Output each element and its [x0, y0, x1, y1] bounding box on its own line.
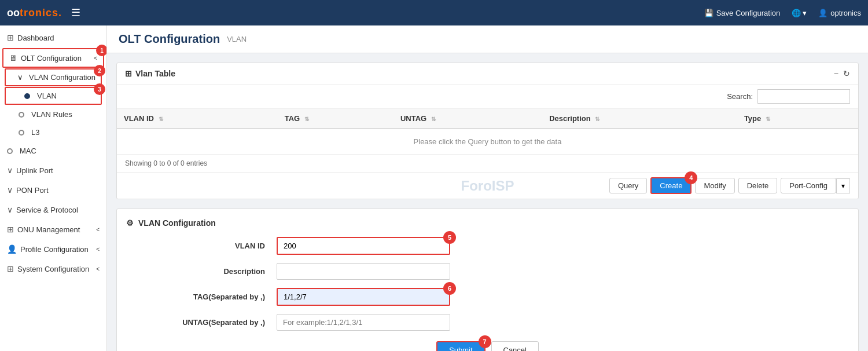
sidebar: ⊞ Dashboard 🖥 OLT Configuration < 1 ∨ VL…: [0, 25, 107, 351]
vlan-config-title: ⚙ VLAN Configuration: [126, 218, 849, 228]
user-icon: 👤: [818, 9, 827, 17]
onu-chevron-icon: <: [96, 226, 100, 233]
vlan-id-row: VLAN ID 5: [126, 237, 849, 255]
olt-chevron-icon: <: [94, 55, 97, 61]
vlan-config-chevron-icon: ∨: [17, 73, 23, 82]
vlan-table-card: ⊞ Vlan Table − ↻ Search: VLAN ID ⇅: [116, 63, 859, 199]
globe-icon: 🌐: [792, 9, 801, 17]
vlan-rules-radio-icon: [19, 112, 24, 118]
sidebar-item-l3[interactable]: L3: [0, 123, 106, 141]
delete-button[interactable]: Delete: [738, 178, 778, 193]
table-container: VLAN ID ⇅ TAG ⇅ UNTAG ⇅ Description ⇅ Ty…: [117, 109, 858, 155]
vlan-table: VLAN ID ⇅ TAG ⇅ UNTAG ⇅ Description ⇅ Ty…: [117, 109, 858, 155]
submit-button[interactable]: Submit: [436, 341, 485, 351]
card-title: ⊞ Vlan Table: [125, 69, 175, 78]
sidebar-item-system-config[interactable]: ⊞ System Configuration <: [0, 259, 106, 279]
description-row: Description: [126, 263, 849, 280]
user-button[interactable]: 👤 optronics: [818, 9, 861, 17]
sidebar-item-vlan-config[interactable]: ∨ VLAN Configuration 2: [5, 68, 102, 86]
vlan-radio-icon: [24, 93, 30, 99]
badge-7: 7: [479, 335, 491, 348]
vlan-config-form: ⚙ VLAN Configuration VLAN ID 5 Descripti…: [116, 209, 859, 351]
tag-row: TAG(Separated by ,) 6: [126, 288, 849, 306]
badge-5: 5: [443, 231, 456, 244]
breadcrumb: VLAN: [227, 35, 247, 43]
form-buttons: Submit 7 Cancel: [126, 341, 849, 351]
badge-2: 2: [94, 65, 105, 76]
pon-chevron-icon: ∨: [7, 185, 13, 195]
tag-input[interactable]: [277, 288, 450, 306]
card-header: ⊞ Vlan Table − ↻: [117, 63, 858, 85]
sidebar-item-vlan-rules[interactable]: VLAN Rules: [0, 105, 106, 123]
badge-1: 1: [96, 45, 107, 56]
navbar-right: 💾 Save Configuration 🌐 ▾ 👤 optronics: [704, 9, 861, 17]
profile-icon: 👤: [7, 244, 17, 254]
modify-button[interactable]: Modify: [695, 178, 734, 193]
search-input[interactable]: [757, 89, 850, 104]
sidebar-item-profile-config[interactable]: 👤 Profile Configuration <: [0, 239, 106, 259]
profile-chevron-icon: <: [96, 246, 100, 253]
action-buttons: ForoISP Query Create 4 Modify Delete Por…: [117, 172, 858, 199]
showing-text: Showing 0 to 0 of 0 entries: [117, 155, 858, 172]
onu-icon: ⊞: [7, 225, 14, 234]
vlan-id-label: VLAN ID: [172, 242, 277, 250]
sidebar-item-onu-management[interactable]: ⊞ ONU Management <: [0, 220, 106, 239]
port-config-dropdown-button[interactable]: ▾: [836, 178, 850, 193]
sidebar-item-uplink-port[interactable]: ∨ Uplink Port: [0, 160, 106, 180]
sidebar-item-pon-port[interactable]: ∨ PON Port: [0, 180, 106, 200]
search-bar: Search:: [117, 85, 858, 109]
main-layout: ⊞ Dashboard 🖥 OLT Configuration < 1 ∨ VL…: [0, 25, 868, 351]
cancel-button[interactable]: Cancel: [491, 341, 539, 351]
vlan-config-icon: ⚙: [126, 218, 134, 228]
service-chevron-icon: ∨: [7, 205, 13, 214]
sidebar-item-dashboard[interactable]: ⊞ Dashboard: [0, 28, 106, 47]
vlan-id-input[interactable]: [277, 237, 450, 255]
dashboard-icon: ⊞: [7, 33, 14, 42]
page-title: OLT Configuration: [119, 32, 220, 46]
hamburger-icon[interactable]: ☰: [71, 6, 80, 19]
badge-3: 3: [94, 83, 105, 95]
col-vlan-id: VLAN ID ⇅: [117, 109, 278, 129]
navbar: ootronics. ☰ 💾 Save Configuration 🌐 ▾ 👤 …: [0, 0, 868, 25]
watermark: ForoISP: [461, 178, 514, 194]
untag-input[interactable]: [277, 314, 450, 331]
col-untag: UNTAG ⇅: [393, 109, 542, 129]
sidebar-item-service-protocol[interactable]: ∨ Service & Protocol: [0, 200, 106, 220]
untag-label: UNTAG(Separated by ,): [172, 318, 277, 327]
mac-radio-icon: [7, 148, 13, 154]
minimize-button[interactable]: −: [834, 69, 838, 78]
save-config-button[interactable]: 💾 Save Configuration: [704, 9, 781, 17]
description-label: Description: [172, 267, 277, 276]
untag-row: UNTAG(Separated by ,): [126, 314, 849, 331]
col-description: Description ⇅: [542, 109, 737, 129]
uplink-chevron-icon: ∨: [7, 166, 13, 175]
sidebar-item-mac[interactable]: MAC: [0, 141, 106, 160]
badge-6: 6: [443, 282, 456, 295]
col-tag: TAG ⇅: [278, 109, 393, 129]
table-empty-row: Please click the Query button to get the…: [117, 129, 858, 155]
card-actions: − ↻: [834, 69, 850, 78]
description-input[interactable]: [277, 263, 450, 280]
tag-label: TAG(Separated by ,): [172, 292, 277, 301]
system-icon: ⊞: [7, 264, 14, 273]
query-button[interactable]: Query: [609, 178, 647, 193]
refresh-button[interactable]: ↻: [843, 69, 850, 78]
save-icon: 💾: [704, 9, 713, 17]
page-header: OLT Configuration VLAN: [107, 25, 868, 53]
l3-radio-icon: [19, 130, 24, 136]
col-type: Type ⇅: [737, 109, 858, 129]
sidebar-item-vlan[interactable]: VLAN 3: [5, 87, 102, 105]
sidebar-item-olt-config[interactable]: 🖥 OLT Configuration < 1: [2, 48, 104, 68]
logo: ootronics.: [7, 7, 62, 19]
system-chevron-icon: <: [96, 266, 100, 272]
port-config-button[interactable]: Port-Config: [781, 178, 836, 193]
olt-icon: 🖥: [9, 53, 17, 63]
globe-button[interactable]: 🌐 ▾: [792, 9, 807, 17]
search-label: Search:: [727, 92, 753, 101]
table-icon: ⊞: [125, 69, 132, 78]
brand: ootronics.: [7, 7, 62, 19]
content-area: OLT Configuration VLAN ⊞ Vlan Table − ↻ …: [107, 25, 868, 351]
